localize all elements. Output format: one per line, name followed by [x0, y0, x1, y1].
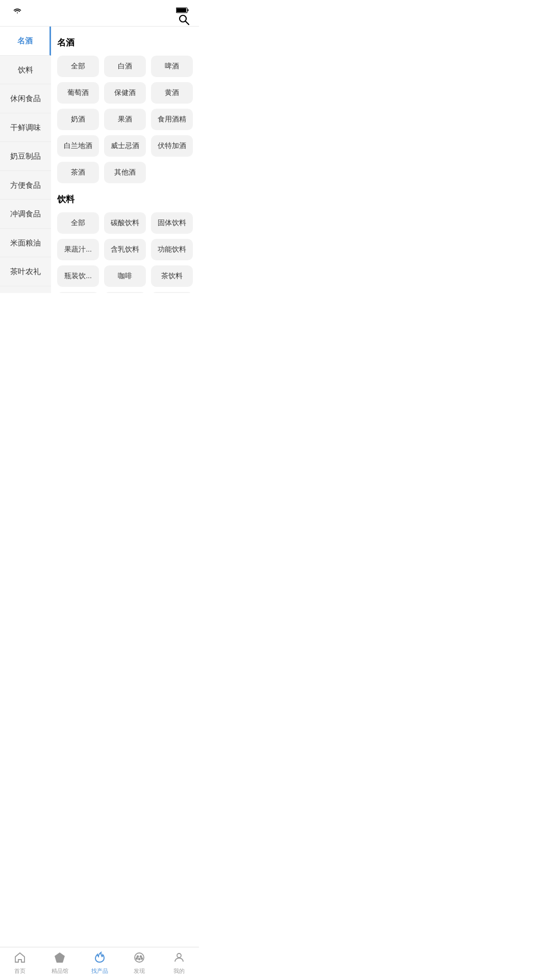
nav-bar	[0, 17, 199, 27]
tag-item-1-2[interactable]: 固体饮料	[151, 212, 193, 234]
tag-item-1-4[interactable]: 含乳饮料	[104, 239, 146, 260]
tag-item-1-3[interactable]: 果蔬汁...	[57, 239, 99, 260]
tags-grid-0: 全部白酒啤酒葡萄酒保健酒黄酒奶酒果酒食用酒精白兰地酒威士忌酒伏特加酒茶酒其他酒	[57, 56, 193, 183]
sidebar-item-chongtiao[interactable]: 冲调食品	[0, 200, 51, 229]
sidebar-item-diwen[interactable]: 低温食品	[0, 286, 51, 293]
tag-item-1-8[interactable]: 茶饮料	[151, 265, 193, 287]
svg-rect-2	[188, 9, 189, 11]
tag-item-0-10[interactable]: 威士忌酒	[104, 135, 146, 157]
sidebar: 名酒饮料休闲食品干鲜调味奶豆制品方便食品冲调食品米面粮油茶叶农礼低温食品冻品生鲜…	[0, 27, 51, 293]
sidebar-item-chaye[interactable]: 茶叶农礼	[0, 257, 51, 286]
svg-line-4	[186, 21, 189, 25]
sidebar-item-naidou[interactable]: 奶豆制品	[0, 142, 51, 171]
tag-item-1-6[interactable]: 瓶装饮...	[57, 265, 99, 287]
tags-grid-1: 全部碳酸饮料固体饮料果蔬汁...含乳饮料功能饮料瓶装饮...咖啡茶饮料特殊用..…	[57, 212, 193, 293]
section-title-1: 饮料	[57, 193, 193, 205]
tag-item-1-7[interactable]: 咖啡	[104, 265, 146, 287]
content-area: 名酒全部白酒啤酒葡萄酒保健酒黄酒奶酒果酒食用酒精白兰地酒威士忌酒伏特加酒茶酒其他…	[51, 27, 199, 293]
tag-item-1-1[interactable]: 碳酸饮料	[104, 212, 146, 234]
main-layout: 名酒饮料休闲食品干鲜调味奶豆制品方便食品冲调食品米面粮油茶叶农礼低温食品冻品生鲜…	[0, 27, 199, 293]
section-title-0: 名酒	[57, 37, 193, 48]
tag-item-0-12[interactable]: 茶酒	[57, 162, 99, 183]
tag-item-0-0[interactable]: 全部	[57, 56, 99, 77]
tag-item-0-7[interactable]: 果酒	[104, 109, 146, 130]
tag-item-0-6[interactable]: 奶酒	[57, 109, 99, 130]
tag-item-0-2[interactable]: 啤酒	[151, 56, 193, 77]
tag-item-0-11[interactable]: 伏特加酒	[151, 135, 193, 157]
tag-item-1-5[interactable]: 功能饮料	[151, 239, 193, 260]
sidebar-item-fangbian[interactable]: 方便食品	[0, 171, 51, 200]
sidebar-item-yinliao[interactable]: 饮料	[0, 56, 51, 85]
tag-item-0-5[interactable]: 黄酒	[151, 82, 193, 104]
svg-rect-1	[177, 8, 186, 12]
tag-item-0-4[interactable]: 保健酒	[104, 82, 146, 104]
tag-item-1-10[interactable]: 发酵饮品	[104, 292, 146, 293]
tag-item-0-3[interactable]: 葡萄酒	[57, 82, 99, 104]
status-left	[10, 6, 21, 15]
tag-item-0-9[interactable]: 白兰地酒	[57, 135, 99, 157]
tag-item-1-9[interactable]: 特殊用...	[57, 292, 99, 293]
status-bar	[0, 0, 199, 17]
sidebar-item-miliang[interactable]: 米面粮油	[0, 229, 51, 258]
wifi-icon	[13, 6, 21, 15]
tag-item-0-1[interactable]: 白酒	[104, 56, 146, 77]
search-button[interactable]	[178, 13, 190, 29]
tag-item-1-0[interactable]: 全部	[57, 212, 99, 234]
sidebar-item-mingjiou[interactable]: 名酒	[0, 27, 51, 56]
tag-item-1-11[interactable]: 其他饮料	[151, 292, 193, 293]
tag-item-0-8[interactable]: 食用酒精	[151, 109, 193, 130]
sidebar-item-ganxian[interactable]: 干鲜调味	[0, 113, 51, 142]
tag-item-0-13[interactable]: 其他酒	[104, 162, 146, 183]
sidebar-item-xiuxian[interactable]: 休闲食品	[0, 84, 51, 113]
